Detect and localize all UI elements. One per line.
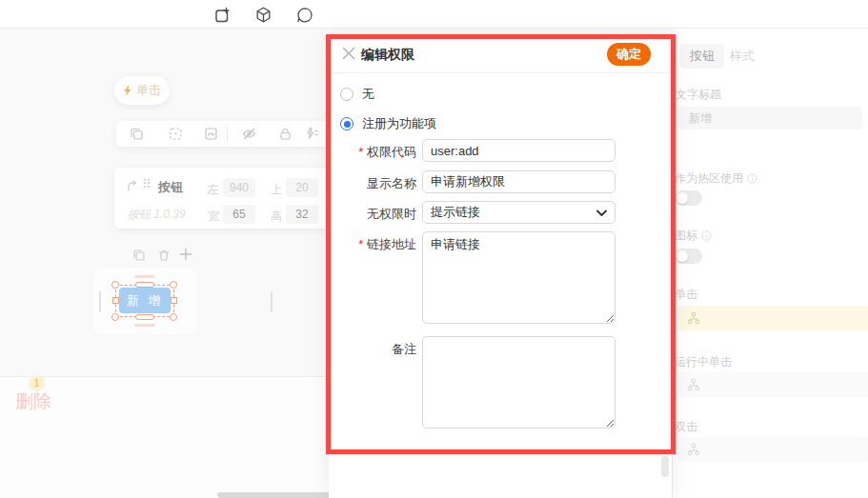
go-parent-arrow-icon[interactable]: [126, 180, 138, 192]
right-properties-panel: 按钮 样式 文字标题 新增 作为热区使用 图标 单击 运行中单击 双击: [672, 29, 868, 498]
component-cube-icon[interactable]: [254, 6, 273, 24]
selection-handle-nw[interactable]: [111, 281, 119, 289]
icon-label: 图标: [675, 228, 712, 244]
info-icon: [747, 173, 757, 184]
text-title-input[interactable]: 新增: [677, 107, 862, 129]
pos-top-value[interactable]: 20: [286, 178, 318, 197]
icon-label-text: 图标: [675, 228, 697, 244]
radio-circle[interactable]: [340, 88, 353, 101]
radio-register-label: 注册为功能项: [362, 115, 436, 132]
pos-left-label: 左: [208, 182, 219, 198]
size-height-label: 高: [271, 209, 282, 225]
add-icon[interactable]: [178, 247, 193, 262]
delete-item-label[interactable]: 删除: [15, 389, 51, 414]
selection-handle-w[interactable]: [112, 297, 119, 304]
dialog-header: 编辑权限 确定: [329, 36, 672, 73]
snap-guide-top: [134, 275, 155, 278]
pos-left-value[interactable]: 940: [223, 178, 255, 197]
tab-button[interactable]: 按钮: [680, 44, 724, 69]
canvas-add-button[interactable]: 新 增: [119, 288, 171, 313]
remark-label: 备注: [392, 341, 416, 358]
link-address-textarea[interactable]: 申请链接: [422, 231, 616, 324]
hotspot-label: 作为热区使用: [675, 170, 757, 187]
align-guide-left: [99, 291, 101, 312]
copy-icon[interactable]: [130, 127, 144, 141]
radio-register-function[interactable]: 注册为功能项: [340, 115, 436, 132]
size-width-label: 宽: [208, 209, 219, 225]
size-height-value[interactable]: 32: [286, 205, 318, 224]
snap-guide-bottom: [134, 324, 155, 327]
permission-code-input[interactable]: [422, 139, 616, 162]
edit-permission-dialog: 编辑权限 确定 无 注册为功能项 权限代码 显示名称 无权限时 提示链接: [329, 36, 672, 498]
dialog-title: 编辑权限: [361, 47, 414, 64]
lock-icon[interactable]: [278, 127, 293, 141]
interactions-flash-icon[interactable]: [305, 127, 319, 141]
pos-top-label: 上: [271, 182, 282, 198]
display-name-input[interactable]: [422, 170, 616, 193]
flow-icon: [687, 378, 700, 391]
display-name-label: 显示名称: [367, 175, 416, 192]
selection-handle-e[interactable]: [171, 297, 177, 304]
running-click-event-row[interactable]: [677, 372, 868, 397]
remark-textarea[interactable]: [422, 336, 616, 428]
paste-style-icon[interactable]: [169, 127, 183, 141]
confirm-button[interactable]: 确定: [607, 43, 651, 66]
link-address-label: 链接地址: [358, 236, 416, 253]
no-permission-label: 无权限时: [367, 206, 416, 223]
dblclick-event-label: 双击: [675, 419, 697, 435]
click-event-row[interactable]: [677, 306, 868, 330]
flow-icon: [687, 443, 700, 456]
info-icon: [701, 230, 712, 241]
toolbar-divider: [227, 127, 228, 141]
dblclick-event-row[interactable]: [677, 437, 868, 462]
hide-eye-icon[interactable]: [242, 127, 256, 141]
chevron-down-icon: [596, 209, 607, 217]
selection-handle-n[interactable]: [135, 282, 154, 288]
export-icon[interactable]: [213, 6, 232, 24]
click-event-label: 单击: [675, 287, 697, 303]
drag-handle-icon[interactable]: ⠿: [142, 177, 150, 191]
widget-version: 按钮 1.0.39: [128, 207, 186, 223]
radio-none[interactable]: 无: [340, 86, 374, 103]
permission-code-label: 权限代码: [358, 144, 416, 161]
widget-property-bar: ⠿ 按钮 按钮 1.0.39 左 940 上 20 宽 65 高 32: [114, 168, 333, 229]
no-permission-selected-value: 提示链接: [431, 205, 480, 219]
selection-handle-se[interactable]: [170, 313, 177, 321]
tab-style[interactable]: 样式: [730, 48, 755, 65]
selection-handle-sw[interactable]: [111, 313, 119, 321]
align-guide-right: [271, 291, 273, 312]
size-width-value[interactable]: 65: [223, 205, 255, 224]
radio-none-label: 无: [362, 86, 374, 103]
selection-handle-s[interactable]: [135, 314, 154, 320]
no-permission-select[interactable]: 提示链接: [422, 201, 616, 224]
hotspot-label-text: 作为热区使用: [675, 170, 743, 187]
comment-bubble-icon[interactable]: [295, 6, 313, 24]
duplicate-arrow-icon[interactable]: [204, 127, 218, 141]
running-click-event-label: 运行中单击: [675, 354, 732, 370]
selection-handle-ne[interactable]: [170, 281, 177, 289]
close-icon[interactable]: [342, 47, 355, 60]
interaction-click-chip[interactable]: 单击: [114, 76, 170, 105]
hotspot-toggle[interactable]: [675, 190, 702, 206]
widget-name: 按钮: [158, 179, 183, 196]
radio-circle-selected[interactable]: [340, 117, 353, 130]
top-toolbar: [0, 0, 868, 29]
widget-toolbar: [116, 121, 329, 147]
flow-icon: [687, 311, 700, 325]
icon-toggle[interactable]: [675, 249, 702, 264]
lightning-icon: [123, 85, 133, 96]
trash-icon[interactable]: [157, 249, 171, 262]
modal-vertical-scrollbar[interactable]: [661, 456, 669, 477]
text-title-label: 文字标题: [676, 87, 721, 103]
click-chip-label: 单击: [136, 82, 161, 99]
copy-icon[interactable]: [132, 249, 146, 262]
